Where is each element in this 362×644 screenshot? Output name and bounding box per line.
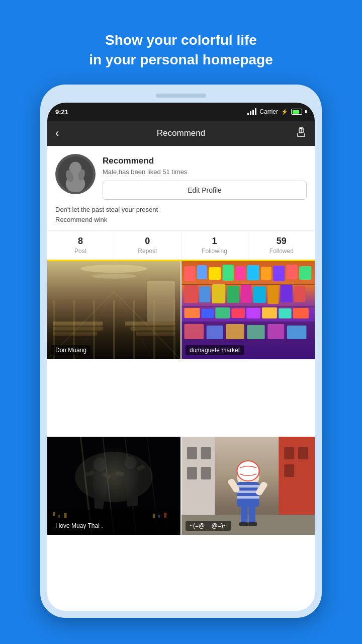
svg-rect-30 xyxy=(287,265,298,279)
back-button[interactable]: ‹ xyxy=(55,127,73,140)
svg-rect-78 xyxy=(58,515,60,518)
svg-rect-34 xyxy=(199,286,210,302)
status-time: 9:21 xyxy=(55,108,68,116)
svg-rect-41 xyxy=(294,286,305,302)
profile-info: Recommend Male,has been liked 51 times E… xyxy=(103,154,307,200)
profile-name: Recommend xyxy=(103,156,307,166)
carrier-label: Carrier xyxy=(259,108,278,115)
stat-following-number: 1 xyxy=(212,236,217,247)
signal-icon xyxy=(247,108,256,115)
stat-repost[interactable]: 0 Repost xyxy=(114,231,181,260)
phone-notch xyxy=(156,94,206,98)
svg-rect-35 xyxy=(212,284,226,303)
svg-rect-89 xyxy=(201,467,211,479)
svg-rect-45 xyxy=(215,307,230,318)
svg-rect-80 xyxy=(153,514,155,518)
svg-rect-36 xyxy=(227,286,239,303)
photo-label-kid: ~(=@__@=)~ xyxy=(186,521,231,531)
svg-rect-65 xyxy=(94,471,107,492)
svg-rect-42 xyxy=(182,306,315,307)
profile-top: Recommend Male,has been liked 51 times E… xyxy=(55,154,307,200)
svg-rect-54 xyxy=(226,324,244,339)
photo-item-market[interactable]: dumaguete market xyxy=(182,261,315,359)
nav-title: Recommend xyxy=(73,128,289,138)
svg-rect-25 xyxy=(223,265,234,281)
svg-rect-27 xyxy=(247,265,259,280)
svg-rect-98 xyxy=(237,496,259,499)
photo-item-muaythai[interactable]: I love Muay Thai . xyxy=(47,437,180,535)
svg-rect-77 xyxy=(53,512,55,516)
svg-rect-87 xyxy=(201,447,211,459)
svg-rect-106 xyxy=(248,522,257,526)
battery-icon xyxy=(291,109,302,115)
photo-bg-airport xyxy=(47,261,180,359)
photo-bg-muaythai xyxy=(47,437,180,535)
svg-rect-37 xyxy=(241,285,251,303)
bolt-icon: ⚡ xyxy=(281,109,288,115)
svg-rect-57 xyxy=(287,326,307,339)
svg-rect-23 xyxy=(197,265,207,279)
stat-post-number: 8 xyxy=(78,236,83,247)
svg-rect-40 xyxy=(281,285,293,302)
svg-rect-53 xyxy=(207,326,223,339)
photo-bg-kid xyxy=(182,437,315,535)
edit-profile-button[interactable]: Edit Profile xyxy=(103,181,307,200)
svg-rect-18 xyxy=(131,327,175,331)
svg-point-64 xyxy=(94,457,107,471)
photo-item-kid[interactable]: ~(=@__@=)~ xyxy=(182,437,315,535)
photo-bg-market xyxy=(182,261,315,359)
svg-point-9 xyxy=(92,274,136,279)
svg-rect-86 xyxy=(187,447,197,459)
stat-post[interactable]: 8 Post xyxy=(47,231,114,260)
svg-rect-31 xyxy=(299,266,311,280)
svg-rect-52 xyxy=(185,324,204,339)
stat-following[interactable]: 1 Following xyxy=(182,231,248,260)
stat-following-label: Following xyxy=(202,248,227,255)
share-button[interactable] xyxy=(289,127,307,140)
svg-rect-38 xyxy=(253,286,265,303)
svg-rect-16 xyxy=(53,332,97,336)
svg-point-8 xyxy=(80,265,147,273)
photo-label-muaythai: I love Muay Thai . xyxy=(51,521,107,531)
svg-rect-75 xyxy=(132,487,138,506)
svg-rect-49 xyxy=(279,308,291,318)
svg-rect-56 xyxy=(267,324,284,339)
stat-post-label: Post xyxy=(74,248,86,255)
svg-rect-103 xyxy=(241,505,247,525)
promo-headline: Show your colorful life in your personal… xyxy=(89,30,273,69)
svg-rect-22 xyxy=(185,266,196,281)
stats-row: 8 Post 0 Repost 1 Following 59 Followed xyxy=(47,230,315,261)
svg-rect-46 xyxy=(231,308,245,318)
svg-rect-17 xyxy=(125,321,175,326)
svg-rect-20 xyxy=(147,281,175,321)
svg-rect-73 xyxy=(116,471,125,477)
profile-bio: Don't let the past steal your present Re… xyxy=(55,205,307,224)
stat-followed-label: Followed xyxy=(269,248,294,255)
stat-followed[interactable]: 59 Followed xyxy=(248,231,315,260)
phone-screen: 9:21 Carrier ⚡ ‹ Recommend xyxy=(47,103,315,611)
svg-rect-55 xyxy=(247,325,264,339)
svg-rect-81 xyxy=(158,515,160,518)
svg-rect-74 xyxy=(126,488,133,507)
svg-rect-33 xyxy=(185,285,199,303)
photo-item-airport[interactable]: Don Muang xyxy=(47,261,180,359)
status-right: Carrier ⚡ xyxy=(247,108,307,115)
stat-repost-number: 0 xyxy=(145,236,150,247)
battery-tip xyxy=(305,110,307,113)
svg-rect-26 xyxy=(235,266,245,280)
svg-rect-71 xyxy=(124,469,136,489)
svg-rect-39 xyxy=(267,285,279,304)
photo-label-market: dumaguete market xyxy=(186,345,244,355)
svg-rect-105 xyxy=(239,522,248,526)
svg-rect-14 xyxy=(53,321,103,326)
phone-frame: 9:21 Carrier ⚡ ‹ Recommend xyxy=(40,85,322,618)
svg-rect-24 xyxy=(209,267,221,280)
svg-rect-92 xyxy=(284,464,294,477)
svg-rect-15 xyxy=(53,327,103,331)
nav-bar: ‹ Recommend xyxy=(47,121,315,146)
svg-rect-44 xyxy=(202,309,214,318)
svg-rect-48 xyxy=(262,307,277,318)
svg-rect-104 xyxy=(249,505,255,525)
svg-rect-82 xyxy=(164,513,167,518)
svg-point-70 xyxy=(124,456,136,469)
